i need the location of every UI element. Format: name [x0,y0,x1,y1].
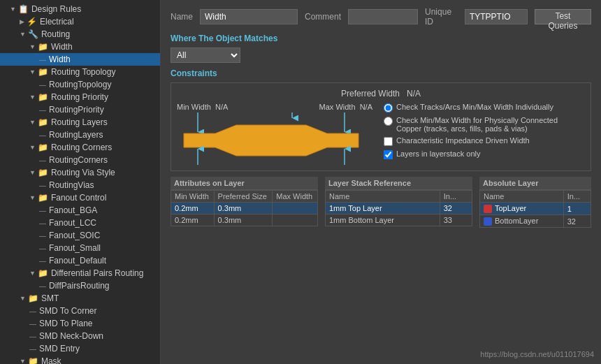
label-fanout-small: Fanout_Small [49,243,101,253]
tree-smt-plane[interactable]: — SMD To Plane [0,317,160,330]
tree-routing-corners[interactable]: ▼ 📁 Routing Corners [0,141,160,154]
tree-design-rules[interactable]: ▼ 📋 Design Rules [0,3,160,15]
label-routing-priority: Routing Priority [51,92,108,102]
cell-abs-in: 32 [563,215,591,228]
label-rp-leaf: RoutingPriority [49,105,104,115]
tree-routing-topology[interactable]: ▼ 📁 Routing Topology [0,66,160,78]
label-design-rules: Design Rules [31,4,81,14]
radio-label-1: Check Tracks/Arcs Min/Max Width Individu… [396,103,553,111]
table-row[interactable]: BottomLayer32 [480,215,591,228]
cell-max [273,203,318,214]
col-in: In... [440,191,472,203]
radio-row-2: Check Min/Max Width for Physically Conne… [384,116,585,133]
test-queries-button[interactable]: Test Queries [535,9,591,24]
label-smt: SMT [41,293,59,303]
min-width-label: Min Width [177,103,211,111]
layer-stack-header: Layer Stack Reference [325,177,472,190]
layer-color-dot [484,217,492,226]
tree-electrical[interactable]: ▶ ⚡ Electrical [0,15,160,28]
label-width-folder: Width [51,42,73,52]
comment-label: Comment [305,12,341,22]
name-input[interactable] [200,9,298,24]
header-row: Name Comment Unique ID Test Queries [171,7,591,27]
radio-label-2: Check Min/Max Width for Physically Conne… [396,116,585,133]
absolute-layer-table: Name In... TopLayer1BottomLayer32 [479,190,591,228]
tree-diff-pairs-leaf[interactable]: — DiffPairsRouting [0,279,160,292]
col-abs-name: Name [480,191,564,203]
checkbox-row-2: Layers in layerstack only [384,150,585,159]
tree-routing-corners-leaf[interactable]: — RoutingCorners [0,154,160,166]
uid-input[interactable] [465,9,528,24]
where-select[interactable]: All [171,48,240,63]
tree-diff-pairs[interactable]: ▼ 📁 Differential Pairs Routing [0,267,160,279]
tree-routing-via[interactable]: ▼ 📁 Routing Via Style [0,166,160,179]
radio-connected[interactable] [384,117,393,126]
tree-mask[interactable]: ▼ 📁 Mask [0,355,160,364]
comment-input[interactable] [348,9,418,24]
attr-table: Min Width Preferred Size Max Width 0.2mm… [171,190,318,226]
layer-stack-header-row: Name In... [326,191,472,203]
cell-pref: 0.3mm [214,214,273,226]
tree-routing[interactable]: ▼ 🔧 Routing [0,28,160,41]
layer-stack-table: Name In... 1mm Top Layer321mm Bottom Lay… [325,190,472,226]
radio-row-1: Check Tracks/Arcs Min/Max Width Individu… [384,103,585,112]
tree-fanout-bga[interactable]: — Fanout_BGA [0,204,160,217]
tree-fanout[interactable]: ▼ 📁 Fanout Control [0,191,160,204]
table-row[interactable]: 0.2mm0.3mm [171,214,318,226]
label-fanout: Fanout Control [51,193,106,203]
tree-routing-priority-leaf[interactable]: — RoutingPriority [0,103,160,116]
label-smt-plane: SMD To Plane [39,319,92,328]
tree-width-leaf[interactable]: — Width [0,53,160,66]
label-smt-neck: SMD Neck-Down [39,331,103,341]
table-row[interactable]: 1mm Top Layer32 [326,203,472,214]
pref-width-value: N/A [407,89,421,99]
checkbox-impedance[interactable] [384,137,393,146]
label-fanout-default: Fanout_Default [49,256,106,265]
label-routing-via: Routing Via Style [51,168,115,177]
table-row[interactable]: 1mm Bottom Layer33 [326,214,472,226]
label-fanout-bga: Fanout_BGA [49,205,97,215]
cell-pref: 0.3mm [214,203,273,214]
label-fanout-lcc: Fanout_LCC [49,218,96,228]
min-width-group: Min Width N/A [177,103,228,111]
tree-fanout-lcc[interactable]: — Fanout_LCC [0,217,160,229]
label-electrical: Electrical [40,17,74,27]
cell-ls-in: 32 [440,203,472,214]
radio-individual[interactable] [384,103,393,112]
tree-routing-topology-leaf[interactable]: — RoutingTopology [0,78,160,91]
tree-smt-entry[interactable]: — SMD Entry [0,342,160,355]
absolute-layer-container: Absolute Layer Name In... TopLayer1Botto… [479,177,591,228]
table-row[interactable]: 0.2mm0.3mm [171,203,318,214]
tree-routing-layers-leaf[interactable]: — RoutingLayers [0,129,160,141]
svg-marker-3 [184,125,359,156]
label-rl-leaf: RoutingLayers [49,130,103,140]
tree-smt-corner[interactable]: — SMD To Corner [0,305,160,317]
tree-routing-layers[interactable]: ▼ 📁 Routing Layers [0,116,160,129]
tree-routing-priority[interactable]: ▼ 📁 Routing Priority [0,91,160,103]
label-rv-leaf: RoutingVias [49,180,94,190]
tree-routing-via-leaf[interactable]: — RoutingVias [0,179,160,191]
options-panel: Check Tracks/Arcs Min/Max Width Individu… [384,103,585,163]
tree-fanout-soic[interactable]: — Fanout_SOIC [0,229,160,242]
constraints-area: Preferred Width N/A Min Width N/A Max Wi… [171,82,591,171]
max-width-label: Max Width [319,103,356,111]
table-row[interactable]: TopLayer1 [480,203,591,215]
name-label: Name [171,12,193,22]
label-rc-leaf: RoutingCorners [49,155,108,165]
layer-stack-container: Layer Stack Reference Name In... 1mm Top… [325,177,472,228]
folder-icon-design-rules: 📋 [18,4,29,14]
label-rt-leaf: RoutingTopology [49,80,111,89]
cell-min: 0.2mm [171,214,215,226]
tree-width-folder[interactable]: ▼ 📁 Width [0,41,160,53]
checkbox-layerstack[interactable] [384,150,393,159]
uid-label: Unique ID [425,7,458,27]
tree-fanout-small[interactable]: — Fanout_Small [0,242,160,254]
cell-min: 0.2mm [171,203,215,214]
right-panel: Name Comment Unique ID Test Queries Wher… [161,0,601,364]
tree-smt[interactable]: ▼ 📁 SMT [0,292,160,305]
cell-ls-name: 1mm Top Layer [326,203,440,214]
label-routing-layers: Routing Layers [51,117,108,127]
tree-smt-neck[interactable]: — SMD Neck-Down [0,330,160,342]
tree-fanout-default[interactable]: — Fanout_Default [0,254,160,267]
label-routing-topology: Routing Topology [51,67,116,77]
